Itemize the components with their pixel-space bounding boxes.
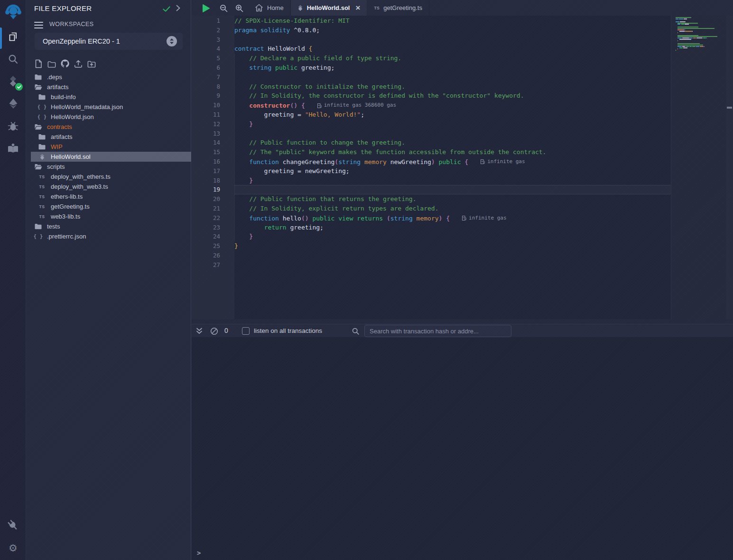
minimap-region <box>671 16 733 319</box>
activity-file-explorer-icon[interactable] <box>0 26 26 48</box>
code-line: 18 } <box>192 176 671 185</box>
terminal[interactable]: > <box>192 337 733 560</box>
search-icon <box>352 328 359 335</box>
line-number: 15 <box>192 147 220 157</box>
upload-icon[interactable] <box>74 58 83 68</box>
line-number: 24 <box>192 232 220 241</box>
activity-settings-icon[interactable]: ⚙ <box>0 537 26 560</box>
tree-item-label: HelloWorld_metadata.json <box>51 103 123 110</box>
tree-item[interactable]: TSdeploy_with_ethers.ts <box>26 172 191 182</box>
code-line: 3 <box>192 35 671 45</box>
tree-item[interactable]: .deps <box>26 72 191 82</box>
code-line: 22 function hello() public view returns … <box>192 213 671 223</box>
new-file-icon[interactable] <box>34 58 43 68</box>
activity-search-icon[interactable] <box>0 48 26 70</box>
line-number: 12 <box>192 119 220 129</box>
tree-item[interactable]: artifacts <box>26 82 191 92</box>
activity-bar-top <box>0 0 26 159</box>
tree-item-label: scripts <box>47 163 65 170</box>
tree-item[interactable]: { }HelloWorld.json <box>26 112 191 122</box>
workspace-name: OpenZeppelin ERC20 - 1 <box>43 37 167 45</box>
code-line: 8 // Constructor to initialize the greet… <box>192 82 671 92</box>
tab-Home[interactable]: Home <box>248 0 291 16</box>
code-line: 26 <box>192 251 671 260</box>
run-icon[interactable] <box>201 3 211 13</box>
tree-item[interactable]: WIP <box>26 142 191 152</box>
tree-item[interactable]: tests <box>26 221 191 231</box>
load-folder-icon[interactable] <box>87 58 96 68</box>
chevron-right-icon[interactable] <box>176 5 180 13</box>
close-icon[interactable]: × <box>355 4 360 12</box>
tab-HelloWorld.sol[interactable]: HelloWorld.sol× <box>291 0 368 16</box>
double-chevron-down-icon[interactable] <box>196 327 203 335</box>
ts-icon: TS <box>38 184 46 189</box>
workspace-select[interactable]: OpenZeppelin ERC20 - 1 <box>35 33 183 50</box>
tree-item[interactable]: artifacts <box>26 132 191 142</box>
tab-getGreeting.ts[interactable]: TSgetGreeting.ts <box>367 0 429 16</box>
line-number: 8 <box>192 82 220 92</box>
tree-item-label: contracts <box>47 123 72 130</box>
tree-item[interactable]: TSethers-lib.ts <box>26 192 191 202</box>
tree-item[interactable]: { }HelloWorld_metadata.json <box>26 102 191 112</box>
tab-label: Home <box>267 4 284 11</box>
hamburger-icon[interactable] <box>34 22 43 30</box>
terminal-resize-handle[interactable] <box>192 319 733 324</box>
listen-transactions-checkbox[interactable] <box>242 327 250 335</box>
line-number: 17 <box>192 166 220 176</box>
code-line: 4contract HelloWorld { <box>192 44 671 54</box>
new-folder-icon[interactable] <box>47 58 56 68</box>
up-down-icon[interactable] <box>167 36 177 46</box>
tree-item[interactable]: contracts <box>26 122 191 132</box>
tree-item[interactable]: scripts <box>26 162 191 172</box>
ban-icon[interactable] <box>210 327 218 335</box>
file-tree: .depsartifactsbuild-info{ }HelloWorld_me… <box>26 72 191 241</box>
folder-icon <box>34 74 42 80</box>
line-number: 5 <box>192 54 220 63</box>
terminal-toolbar: 0 listen on all transactions <box>192 324 733 337</box>
tree-item[interactable]: TSdeploy_with_web3.ts <box>26 182 191 192</box>
activity-solidity-unit-testing-icon[interactable] <box>0 137 26 159</box>
scrollbar[interactable] <box>726 16 733 319</box>
folder-open-icon <box>34 124 42 130</box>
tree-item[interactable]: TSgetGreeting.ts <box>26 202 191 211</box>
line-number: 10 <box>192 101 220 110</box>
code-line: 19 <box>192 185 671 194</box>
github-icon[interactable] <box>61 58 69 68</box>
zoom-out-icon[interactable] <box>218 3 229 13</box>
tree-item[interactable]: HelloWorld.sol <box>31 152 191 162</box>
code-line: 11 greeting = "Hello, World!"; <box>192 110 671 119</box>
activity-debugger-icon[interactable] <box>0 115 26 137</box>
gas-estimate: infinite gas <box>481 157 525 166</box>
code-editor[interactable]: 1// SPDX-License-Identifier: MIT2pragma … <box>192 16 733 319</box>
transaction-search-input[interactable] <box>364 325 511 337</box>
tree-item-label: deploy_with_web3.ts <box>51 183 108 190</box>
activity-bar-bottom: ⚙ <box>0 514 26 560</box>
activity-remix-logo-icon[interactable] <box>0 0 26 26</box>
line-number: 2 <box>192 26 220 35</box>
activity-solidity-compiler-icon[interactable] <box>0 70 26 92</box>
tree-item-label: web3-lib.ts <box>51 213 80 220</box>
line-number: 11 <box>192 110 220 119</box>
tree-item-label: HelloWorld.sol <box>51 153 91 160</box>
zoom-in-icon[interactable] <box>234 3 244 13</box>
tree-item[interactable]: build-info <box>26 92 191 102</box>
ts-icon: TS <box>38 214 46 219</box>
code-line: 12 } <box>192 119 671 129</box>
json-icon: { } <box>38 104 46 110</box>
tree-item-label: artifacts <box>51 133 73 140</box>
activity-plugin-manager-icon[interactable] <box>0 514 26 537</box>
main-area: HomeHelloWorld.sol×TSgetGreeting.ts 1// … <box>192 0 733 560</box>
activity-deploy-and-run-icon[interactable] <box>0 92 26 115</box>
json-icon: { } <box>34 233 42 239</box>
check-icon[interactable] <box>163 5 170 14</box>
scrollbar-thumb[interactable] <box>727 107 732 109</box>
tree-item[interactable]: TSweb3-lib.ts <box>26 211 191 221</box>
minimap[interactable] <box>676 17 717 54</box>
tree-item-label: WIP <box>51 143 63 150</box>
explorer-toolbar <box>34 58 96 68</box>
code-line: 15 // The "public" keyword makes the fun… <box>192 147 671 157</box>
tree-item-label: deploy_with_ethers.ts <box>51 173 111 180</box>
line-number: 1 <box>192 16 220 26</box>
tree-item[interactable]: { }.prettierrc.json <box>26 231 191 241</box>
line-number: 20 <box>192 194 220 204</box>
